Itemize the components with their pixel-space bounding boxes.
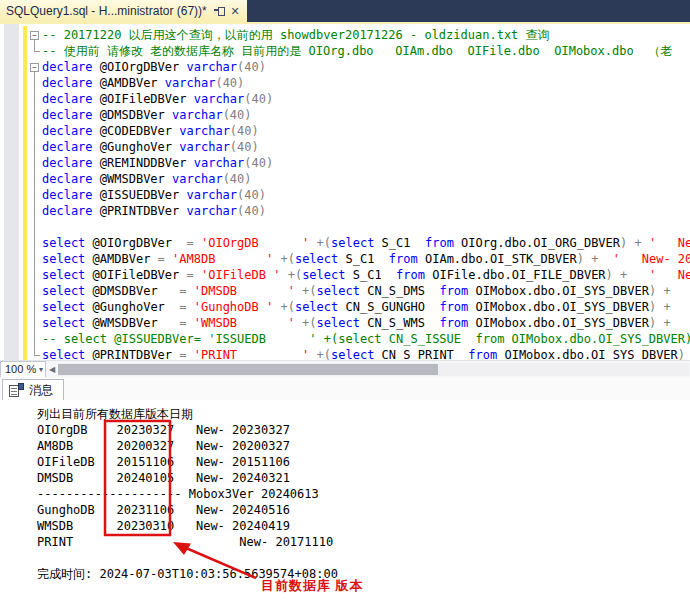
code-line[interactable]: declare @PRINTDBVer varchar(40) [42,203,690,219]
code-line[interactable]: select @OIOrgDBVer = 'OIOrgDB ' +(select… [42,235,690,251]
code-line[interactable]: declare @AMDBVer varchar(40) [42,75,690,91]
zoom-level-value: 100 % [5,363,36,375]
message-line: OIOrgDB 20230327 New- 20230327 [37,422,690,438]
message-line: WMSDB 20230310 New- 20240419 [37,518,690,534]
chevron-down-icon: ▾ [39,365,43,374]
outline-connector [34,51,40,52]
message-line: DMSDB 20240105 New- 20240321 [37,470,690,486]
ssms-window: SQLQuery1.sql - H...ministrator (67))* ✕… [0,0,690,605]
code-line[interactable]: select @DMSDBVer = 'DMSDB ' +(select CN_… [42,283,690,299]
messages-tab-label: 消息 [29,382,53,399]
code-line[interactable]: declare @DMSDBVer varchar(40) [42,107,690,123]
outline-connector [34,40,35,51]
change-tracking-bar [23,26,27,360]
pin-shape [214,6,224,16]
code-line[interactable]: select @OIFileDBVer = 'OIFileDB ' +(sele… [42,267,690,283]
close-icon[interactable]: ✕ [227,3,243,19]
annotation-label: 目前数据库 版本 [261,577,364,595]
code-line[interactable]: declare @ISSUEDBVer varchar(40) [42,187,690,203]
outline-connector [34,355,40,356]
code-line[interactable]: declare @WMSDBVer varchar(40) [42,171,690,187]
code-line[interactable]: select @PRINTDBVer = 'PRINT ' +(select C… [42,347,690,360]
outline-connector [34,72,35,355]
results-tab-bar: 消息 [0,377,690,400]
message-line: GunghoDB 20231106 New- 20240516 [37,502,690,518]
zoom-level-dropdown[interactable]: 100 % ▾ [0,361,46,378]
fold-toggle-icon[interactable] [30,31,39,40]
code-line[interactable]: -- 使用前 请修改 老的数据库名称 目前用的是 OIOrg.dbo OIAm.… [42,43,690,59]
message-line: 列出目前所有数据库版本日期 [37,406,690,422]
horizontal-scrollbar-thumb[interactable] [58,364,438,375]
document-tab-strip: SQLQuery1.sql - H...ministrator (67))* ✕ [0,0,690,22]
code-line[interactable]: select @GunghoVer = 'GunghoDB ' +(select… [42,299,690,315]
tab-messages[interactable]: 消息 [2,379,64,400]
horizontal-scrollbar[interactable] [58,363,689,376]
editor-gutter [4,24,19,360]
message-line: AM8DB 20200327 New- 20200327 [37,438,690,454]
code-line[interactable]: select @WMSDBVer = 'WMSDB ' +(select CN_… [42,315,690,331]
fold-toggle-icon[interactable] [30,63,39,72]
sql-editor[interactable]: -- 20171220 以后用这个查询，以前的用 showdbver201712… [0,24,690,360]
tab-title: SQLQuery1.sql - H...ministrator (67))* [6,4,211,18]
code-line[interactable]: -- select @ISSUEDBVer= 'ISSUEDB ' +(sele… [42,331,690,347]
message-doc-icon [9,383,24,398]
code-line[interactable]: select @AMDBVer = 'AM8DB ' +(select S_C1… [42,251,690,267]
messages-output: 列出目前所有数据库版本日期OIOrgDB 20230327 New- 20230… [0,400,690,605]
tab-sqlquery1[interactable]: SQLQuery1.sql - H...ministrator (67))* ✕ [0,0,247,22]
code-line[interactable]: declare @GunghoVer varchar(40) [42,139,690,155]
code-line[interactable]: declare @OIOrgDBVer varchar(40) [42,59,690,75]
code-line[interactable]: declare @CODEDBVer varchar(40) [42,123,690,139]
code-line[interactable] [42,219,690,235]
pin-icon[interactable] [211,3,227,19]
results-pane: 消息 列出目前所有数据库版本日期OIOrgDB 20230327 New- 20… [0,377,690,605]
message-line: PRINT New- 20171110 [37,534,690,550]
code-line[interactable]: declare @REMINDDBVer varchar(40) [42,155,690,171]
code-lines[interactable]: -- 20171220 以后用这个查询，以前的用 showdbver201712… [42,27,690,360]
message-line: OIFileDB 20151106 New- 20151106 [37,454,690,470]
editor-bottom-bar: 100 % ▾ ◀ [0,360,690,377]
scroll-left-arrow-icon[interactable]: ◀ [46,361,58,378]
message-line [37,550,690,566]
code-line[interactable]: declare @OIFileDBVer varchar(40) [42,91,690,107]
message-line: -------------------- Mobox3Ver 20240613 [37,486,690,502]
code-line[interactable]: -- 20171220 以后用这个查询，以前的用 showdbver201712… [42,27,690,43]
